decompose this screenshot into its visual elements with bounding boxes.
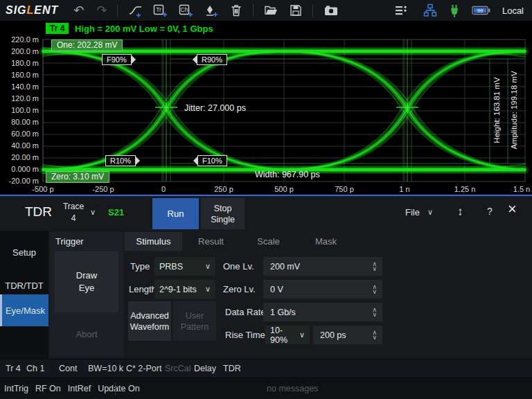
file-menu[interactable]: File xyxy=(405,207,420,218)
width-measurement: Width: 967.90 ps xyxy=(255,170,320,179)
chevron-down-icon: ∨ xyxy=(299,330,305,339)
footer-reference[interactable]: IntRef xyxy=(68,378,91,399)
stop-line2: Single xyxy=(211,214,235,225)
delete-trash-icon[interactable] xyxy=(229,1,243,19)
status-sweep-mode[interactable]: Cont xyxy=(59,360,77,378)
panel-body: Setup TDR/TDT Eye/Mask Trigger DrawEye A… xyxy=(0,231,532,359)
footer-divider xyxy=(115,382,116,396)
abort-button[interactable]: Abort xyxy=(55,321,118,347)
r90-marker-tag: R90% xyxy=(197,54,227,65)
trace-selector-value: 4 xyxy=(58,213,89,224)
y-tick: 140.0 m xyxy=(0,82,39,91)
x-tick: 500 p xyxy=(263,185,305,193)
stepper-arrows-icon[interactable]: ∧∨ xyxy=(372,330,377,340)
screenshot-camera-icon[interactable] xyxy=(323,1,339,19)
add-tr-window-icon[interactable]: Tr xyxy=(153,1,168,19)
panel-sidebar: Setup TDR/TDT Eye/Mask xyxy=(0,231,48,359)
jitter-measurement: Jitter: 27.000 ps xyxy=(184,103,246,113)
advanced-waveform-button[interactable]: AdvancedWaveform xyxy=(128,301,171,341)
undo-icon[interactable]: ↶ xyxy=(73,1,84,19)
footer-update-state[interactable]: Update On xyxy=(98,378,139,399)
length-dropdown[interactable]: 2^9-1 bits ∨ xyxy=(154,280,215,299)
redo-icon[interactable]: ↷ xyxy=(96,1,107,19)
chevron-down-icon: ∨ xyxy=(205,262,211,271)
type-dropdown[interactable]: PRBS ∨ xyxy=(154,257,215,276)
trigger-title: Trigger xyxy=(50,232,123,247)
footer-trigger-source[interactable]: IntTrig xyxy=(4,378,28,399)
tab-mask[interactable]: Mask xyxy=(297,232,355,251)
save-floppy-icon[interactable] xyxy=(289,1,303,19)
one-level-input[interactable]: 200 mV ∧∨ xyxy=(263,257,382,276)
status-bandwidth[interactable]: BW=10 k xyxy=(88,360,123,378)
draw-eye-button[interactable]: DrawEye xyxy=(55,251,118,312)
chevron-down-icon: ∨ xyxy=(205,285,211,294)
trace-badge[interactable]: Tr 4 xyxy=(46,23,69,34)
rise-time-value: 200 ps xyxy=(320,330,346,340)
rise-time-ref-dropdown[interactable]: 10-90% ∨ xyxy=(265,326,310,344)
user-pattern-button[interactable]: UserPattern xyxy=(173,301,216,341)
stop-line1: Stop xyxy=(211,203,235,214)
trace-selector-label: Trace xyxy=(58,201,89,213)
x-tick: 1.25 n xyxy=(444,185,486,193)
chevron-down-icon: ∨ xyxy=(90,208,96,217)
y-tick: 200.0 m xyxy=(0,47,39,55)
chevron-down-icon: ∨ xyxy=(427,208,433,217)
message-area: no messages xyxy=(267,378,318,399)
status-cal[interactable]: C* 2-Port xyxy=(126,360,161,378)
sidebar-item-eye-mask[interactable]: Eye/Mask xyxy=(0,294,48,326)
y-tick: 0.000 m xyxy=(0,165,39,173)
sidebar-item-setup[interactable]: Setup xyxy=(0,236,48,268)
svg-text:Ch: Ch xyxy=(180,6,188,13)
y-tick: 220.0 m xyxy=(0,35,39,44)
f90-marker-tag: F90% xyxy=(102,54,132,65)
stepper-arrows-icon[interactable]: ∧∨ xyxy=(372,308,377,317)
trigger-group: Trigger DrawEye Abort xyxy=(50,232,123,357)
footer-bar: IntTrig RF On IntRef Update On no messag… xyxy=(0,378,532,399)
zero-level-value: 0 V xyxy=(270,285,283,294)
length-value: 2^9-1 bits xyxy=(159,285,197,294)
x-tick: 750 p xyxy=(323,185,365,193)
footer-rf-state[interactable]: RF On xyxy=(35,378,61,399)
control-mode-label[interactable]: Local xyxy=(502,6,524,16)
add-marker-icon[interactable] xyxy=(204,1,219,19)
stepper-arrows-icon[interactable]: ∧∨ xyxy=(372,285,377,294)
x-tick: 250 p xyxy=(203,185,245,193)
tab-result[interactable]: Result xyxy=(182,232,240,251)
x-tick: 1.5 n xyxy=(501,185,532,193)
resize-panel-icon[interactable]: ↕ xyxy=(457,205,463,219)
status-srccal[interactable]: SrcCal xyxy=(165,360,191,378)
svg-text:Tr: Tr xyxy=(156,6,161,13)
status-channel[interactable]: Ch 1 xyxy=(26,360,44,378)
data-rate-input[interactable]: 1 Gb/s ∧∨ xyxy=(263,303,382,321)
one-level-field-label: One Lv. xyxy=(223,257,254,276)
tdr-panel: TDR Trace 4 ∨ S21 Run StopSingle File ∨ … xyxy=(0,196,532,359)
tab-stimulus[interactable]: Stimulus xyxy=(125,232,182,251)
parameter-label: S21 xyxy=(108,207,124,218)
status-bar: Tr 4 Ch 1 Cont BW=10 k C* 2-Port SrcCal … xyxy=(0,359,532,378)
status-trace[interactable]: Tr 4 xyxy=(6,360,21,378)
rise-time-input[interactable]: 200 ps ∧∨ xyxy=(313,326,382,344)
stop-single-button[interactable]: StopSingle xyxy=(201,198,245,229)
toolbar-divider xyxy=(117,4,118,17)
add-trace-waveform-icon[interactable] xyxy=(128,1,143,19)
advanced-line2: Waveform xyxy=(130,321,170,332)
close-icon[interactable]: × xyxy=(508,200,517,218)
measure-list-icon[interactable] xyxy=(394,1,408,19)
f10-marker-tag: F10% xyxy=(197,155,227,166)
eye-header-info: High = 200 mV Low = 0V, 1 Gbps xyxy=(75,24,213,34)
add-ch-channel-icon[interactable]: Ch xyxy=(179,1,194,19)
usb-plug-icon[interactable] xyxy=(448,1,461,19)
status-delay[interactable]: Delay xyxy=(194,360,216,378)
y-tick: 20.00 m xyxy=(0,153,39,161)
battery-icon: 99 xyxy=(472,1,491,19)
open-file-folder-icon[interactable] xyxy=(264,1,278,19)
run-button[interactable]: Run xyxy=(152,198,199,229)
y-tick: 120.0 m xyxy=(0,94,39,103)
network-lan-icon[interactable] xyxy=(423,1,437,19)
tab-scale[interactable]: Scale xyxy=(240,232,297,251)
status-tdr[interactable]: TDR xyxy=(223,360,241,378)
stepper-arrows-icon[interactable]: ∧∨ xyxy=(372,262,377,272)
help-icon[interactable]: ? xyxy=(487,206,493,217)
trace-selector[interactable]: Trace 4 xyxy=(58,201,89,224)
zero-level-input[interactable]: 0 V ∧∨ xyxy=(263,280,382,299)
